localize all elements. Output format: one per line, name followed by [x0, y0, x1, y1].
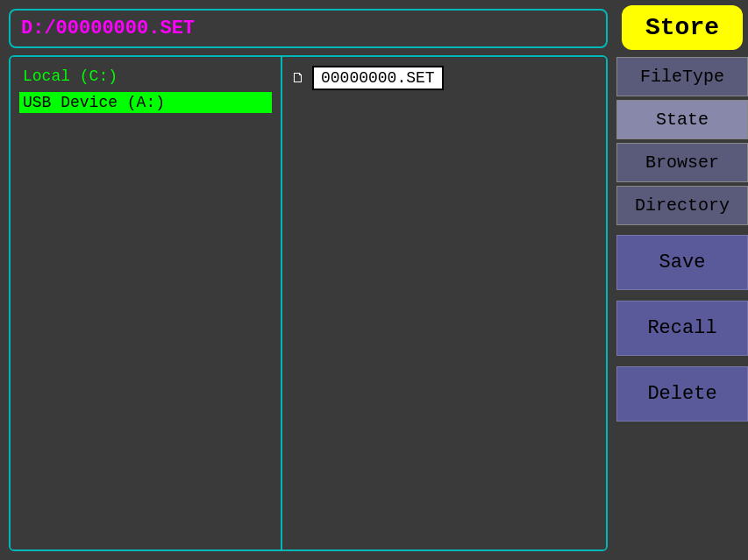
file-icon: 🗋	[291, 70, 305, 87]
sidebar-save[interactable]: Save	[616, 235, 748, 290]
path-bar[interactable]: D:/00000000.SET	[9, 9, 608, 48]
drive-usb[interactable]: USB Device (A:)	[19, 92, 272, 113]
sidebar-state[interactable]: State	[616, 100, 748, 139]
file-item[interactable]: 🗋 00000000.SET	[291, 66, 597, 90]
sidebar-directory[interactable]: Directory	[616, 186, 748, 225]
store-button[interactable]: Store	[622, 5, 743, 50]
sidebar-filetype[interactable]: FileType	[616, 57, 748, 96]
file-name: 00000000.SET	[312, 66, 444, 90]
sidebar-divider-1	[616, 227, 748, 232]
file-panel: 🗋 00000000.SET	[282, 57, 606, 549]
sidebar-divider-3	[616, 358, 748, 364]
sidebar-divider-2	[616, 293, 748, 298]
drive-panel: Local (C:) USB Device (A:)	[11, 57, 282, 549]
file-browser: Local (C:) USB Device (A:) 🗋 00000000.SE…	[9, 55, 608, 551]
sidebar: Store FileType State Browser Directory S…	[616, 0, 748, 560]
drive-local[interactable]: Local (C:)	[19, 66, 272, 87]
sidebar-recall[interactable]: Recall	[616, 301, 748, 356]
main-area: D:/00000000.SET Local (C:) USB Device (A…	[0, 0, 616, 560]
sidebar-browser[interactable]: Browser	[616, 143, 748, 182]
sidebar-delete[interactable]: Delete	[616, 366, 748, 422]
